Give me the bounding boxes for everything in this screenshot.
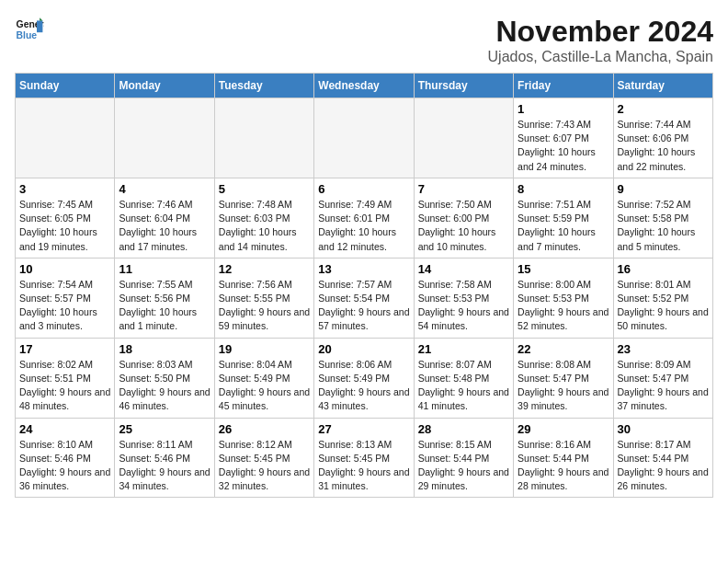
- day-number: 3: [19, 182, 110, 196]
- calendar-cell: [314, 98, 414, 178]
- day-info: Sunrise: 8:03 AM Sunset: 5:50 PM Dayligh…: [119, 358, 210, 414]
- day-info: Sunrise: 7:49 AM Sunset: 6:01 PM Dayligh…: [318, 198, 409, 254]
- day-number: 2: [618, 102, 709, 116]
- calendar-cell: 28Sunrise: 8:15 AM Sunset: 5:44 PM Dayli…: [414, 418, 513, 498]
- day-number: 19: [219, 342, 310, 356]
- day-number: 1: [518, 102, 609, 116]
- weekday-header-friday: Friday: [514, 74, 613, 98]
- day-number: 12: [219, 262, 310, 276]
- day-info: Sunrise: 7:58 AM Sunset: 5:53 PM Dayligh…: [418, 278, 509, 334]
- day-number: 11: [119, 262, 210, 276]
- day-info: Sunrise: 7:46 AM Sunset: 6:04 PM Dayligh…: [119, 198, 210, 254]
- day-info: Sunrise: 8:01 AM Sunset: 5:52 PM Dayligh…: [618, 278, 709, 334]
- calendar-cell: 4Sunrise: 7:46 AM Sunset: 6:04 PM Daylig…: [115, 178, 214, 258]
- calendar-cell: [414, 98, 513, 178]
- day-info: Sunrise: 7:45 AM Sunset: 6:05 PM Dayligh…: [19, 198, 110, 254]
- day-info: Sunrise: 8:00 AM Sunset: 5:53 PM Dayligh…: [518, 278, 609, 334]
- calendar-cell: 8Sunrise: 7:51 AM Sunset: 5:59 PM Daylig…: [514, 178, 613, 258]
- calendar-cell: 19Sunrise: 8:04 AM Sunset: 5:49 PM Dayli…: [214, 338, 313, 418]
- day-info: Sunrise: 8:15 AM Sunset: 5:44 PM Dayligh…: [418, 438, 509, 494]
- calendar-cell: 30Sunrise: 8:17 AM Sunset: 5:44 PM Dayli…: [613, 418, 712, 498]
- day-number: 7: [418, 182, 509, 196]
- page-header: General Blue November 2024 Ujados, Casti…: [15, 15, 713, 65]
- day-info: Sunrise: 8:02 AM Sunset: 5:51 PM Dayligh…: [19, 358, 110, 414]
- week-row-4: 17Sunrise: 8:02 AM Sunset: 5:51 PM Dayli…: [16, 338, 713, 418]
- day-info: Sunrise: 8:09 AM Sunset: 5:47 PM Dayligh…: [618, 358, 709, 414]
- day-number: 8: [518, 182, 609, 196]
- calendar-cell: 10Sunrise: 7:54 AM Sunset: 5:57 PM Dayli…: [16, 258, 115, 338]
- day-info: Sunrise: 8:06 AM Sunset: 5:49 PM Dayligh…: [318, 358, 409, 414]
- weekday-header-monday: Monday: [115, 74, 214, 98]
- week-row-3: 10Sunrise: 7:54 AM Sunset: 5:57 PM Dayli…: [16, 258, 713, 338]
- month-title: November 2024: [488, 15, 713, 49]
- calendar-cell: 2Sunrise: 7:44 AM Sunset: 6:06 PM Daylig…: [613, 98, 712, 178]
- day-info: Sunrise: 7:54 AM Sunset: 5:57 PM Dayligh…: [19, 278, 110, 334]
- day-number: 23: [618, 342, 709, 356]
- calendar-cell: 5Sunrise: 7:48 AM Sunset: 6:03 PM Daylig…: [214, 178, 313, 258]
- day-number: 30: [618, 422, 709, 436]
- calendar-cell: 17Sunrise: 8:02 AM Sunset: 5:51 PM Dayli…: [16, 338, 115, 418]
- calendar-cell: 18Sunrise: 8:03 AM Sunset: 5:50 PM Dayli…: [115, 338, 214, 418]
- logo-icon: General Blue: [15, 15, 44, 44]
- day-info: Sunrise: 7:48 AM Sunset: 6:03 PM Dayligh…: [219, 198, 310, 254]
- day-info: Sunrise: 7:44 AM Sunset: 6:06 PM Dayligh…: [618, 118, 709, 174]
- calendar-cell: [115, 98, 214, 178]
- weekday-header-sunday: Sunday: [16, 74, 115, 98]
- calendar-cell: 7Sunrise: 7:50 AM Sunset: 6:00 PM Daylig…: [414, 178, 513, 258]
- calendar-cell: 15Sunrise: 8:00 AM Sunset: 5:53 PM Dayli…: [514, 258, 613, 338]
- day-info: Sunrise: 7:55 AM Sunset: 5:56 PM Dayligh…: [119, 278, 210, 334]
- calendar-cell: 23Sunrise: 8:09 AM Sunset: 5:47 PM Dayli…: [613, 338, 712, 418]
- day-info: Sunrise: 8:11 AM Sunset: 5:46 PM Dayligh…: [119, 438, 210, 494]
- day-number: 5: [219, 182, 310, 196]
- calendar-cell: 11Sunrise: 7:55 AM Sunset: 5:56 PM Dayli…: [115, 258, 214, 338]
- calendar-cell: 13Sunrise: 7:57 AM Sunset: 5:54 PM Dayli…: [314, 258, 414, 338]
- calendar-cell: 27Sunrise: 8:13 AM Sunset: 5:45 PM Dayli…: [314, 418, 414, 498]
- day-number: 18: [119, 342, 210, 356]
- day-info: Sunrise: 7:51 AM Sunset: 5:59 PM Dayligh…: [518, 198, 609, 254]
- calendar-cell: 20Sunrise: 8:06 AM Sunset: 5:49 PM Dayli…: [314, 338, 414, 418]
- day-number: 13: [318, 262, 409, 276]
- day-info: Sunrise: 7:50 AM Sunset: 6:00 PM Dayligh…: [418, 198, 509, 254]
- logo: General Blue: [15, 15, 44, 44]
- weekday-header-tuesday: Tuesday: [214, 74, 313, 98]
- day-number: 26: [219, 422, 310, 436]
- day-number: 22: [518, 342, 609, 356]
- day-info: Sunrise: 7:43 AM Sunset: 6:07 PM Dayligh…: [518, 118, 609, 174]
- weekday-header-thursday: Thursday: [414, 74, 513, 98]
- day-number: 4: [119, 182, 210, 196]
- day-info: Sunrise: 7:57 AM Sunset: 5:54 PM Dayligh…: [318, 278, 409, 334]
- calendar-table: SundayMondayTuesdayWednesdayThursdayFrid…: [15, 73, 713, 498]
- day-info: Sunrise: 8:10 AM Sunset: 5:46 PM Dayligh…: [19, 438, 110, 494]
- svg-text:Blue: Blue: [17, 30, 38, 40]
- calendar-cell: 9Sunrise: 7:52 AM Sunset: 5:58 PM Daylig…: [613, 178, 712, 258]
- calendar-cell: 24Sunrise: 8:10 AM Sunset: 5:46 PM Dayli…: [16, 418, 115, 498]
- day-number: 27: [318, 422, 409, 436]
- day-number: 17: [19, 342, 110, 356]
- calendar-cell: 29Sunrise: 8:16 AM Sunset: 5:44 PM Dayli…: [514, 418, 613, 498]
- calendar-cell: [16, 98, 115, 178]
- day-info: Sunrise: 8:08 AM Sunset: 5:47 PM Dayligh…: [518, 358, 609, 414]
- day-number: 28: [418, 422, 509, 436]
- day-info: Sunrise: 8:16 AM Sunset: 5:44 PM Dayligh…: [518, 438, 609, 494]
- calendar-cell: 16Sunrise: 8:01 AM Sunset: 5:52 PM Dayli…: [613, 258, 712, 338]
- day-number: 21: [418, 342, 509, 356]
- calendar-cell: 26Sunrise: 8:12 AM Sunset: 5:45 PM Dayli…: [214, 418, 313, 498]
- day-info: Sunrise: 8:17 AM Sunset: 5:44 PM Dayligh…: [618, 438, 709, 494]
- calendar-cell: 22Sunrise: 8:08 AM Sunset: 5:47 PM Dayli…: [514, 338, 613, 418]
- week-row-2: 3Sunrise: 7:45 AM Sunset: 6:05 PM Daylig…: [16, 178, 713, 258]
- day-number: 20: [318, 342, 409, 356]
- day-number: 9: [618, 182, 709, 196]
- day-number: 29: [518, 422, 609, 436]
- day-number: 25: [119, 422, 210, 436]
- calendar-cell: 25Sunrise: 8:11 AM Sunset: 5:46 PM Dayli…: [115, 418, 214, 498]
- day-info: Sunrise: 7:56 AM Sunset: 5:55 PM Dayligh…: [219, 278, 310, 334]
- location-title: Ujados, Castille-La Mancha, Spain: [488, 49, 713, 65]
- calendar-cell: [214, 98, 313, 178]
- calendar-cell: 21Sunrise: 8:07 AM Sunset: 5:48 PM Dayli…: [414, 338, 513, 418]
- day-info: Sunrise: 8:07 AM Sunset: 5:48 PM Dayligh…: [418, 358, 509, 414]
- day-info: Sunrise: 8:12 AM Sunset: 5:45 PM Dayligh…: [219, 438, 310, 494]
- day-info: Sunrise: 7:52 AM Sunset: 5:58 PM Dayligh…: [618, 198, 709, 254]
- day-number: 16: [618, 262, 709, 276]
- day-number: 15: [518, 262, 609, 276]
- weekday-header-wednesday: Wednesday: [314, 74, 414, 98]
